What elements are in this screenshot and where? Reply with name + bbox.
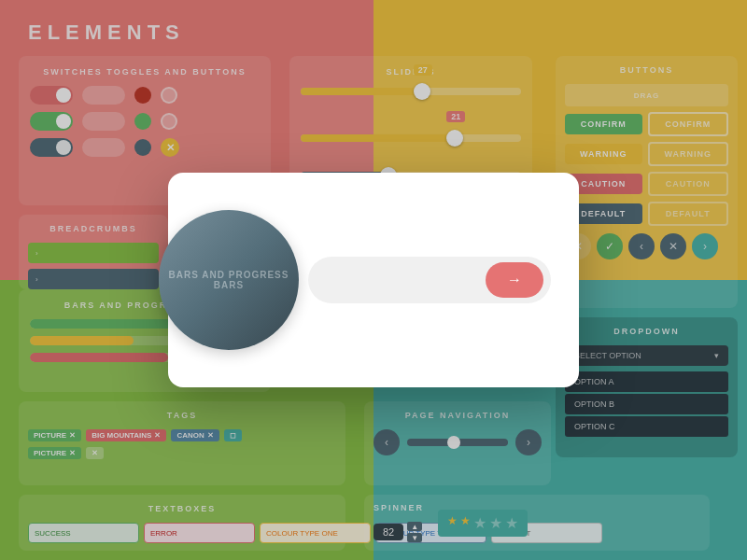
modal-circle-label: BARS AND PROGRESS BARS [159, 260, 299, 300]
modal-circle: BARS AND PROGRESS BARS [159, 210, 299, 350]
modal-toggle-thumb[interactable]: → [486, 262, 543, 298]
modal-toggle-container: BARS AND PROGRESS BARS → [196, 210, 551, 350]
modal-arrow-icon: → [507, 272, 522, 288]
modal-toggle-track[interactable]: → [308, 257, 551, 303]
modal-overlay: BARS AND PROGRESS BARS → [0, 0, 747, 560]
modal-card: BARS AND PROGRESS BARS → [168, 173, 579, 387]
